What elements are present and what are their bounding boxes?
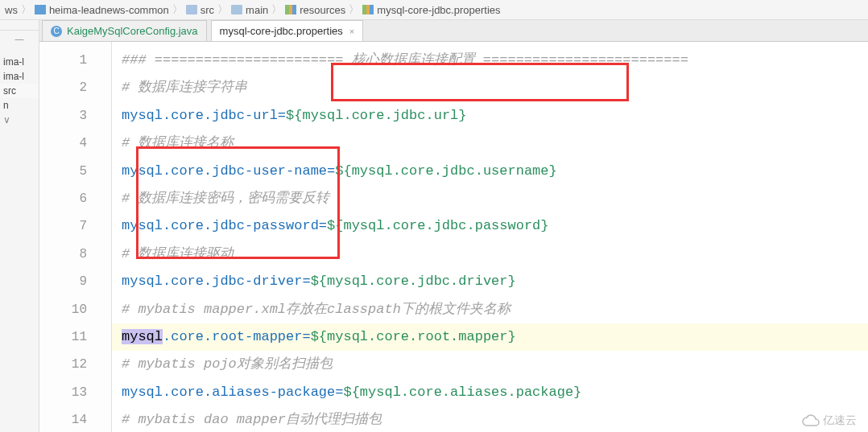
tab-label: mysql-core-jdbc.properties <box>220 25 343 37</box>
code-line[interactable]: # 数据库连接字符串 <box>112 74 868 101</box>
module-icon <box>35 5 46 14</box>
line-gutter: 1 2 3 4 5 6 7 8 9 10 11 12 13 14 <box>39 42 112 432</box>
editor-tabs: C KaigeMySqlCoreConfig.java mysql-core-j… <box>39 20 868 42</box>
sidebar-item[interactable]: n <box>0 98 39 113</box>
breadcrumb: ws 〉 heima-leadnews-common 〉 src 〉 main … <box>0 0 868 20</box>
code-line[interactable]: # 数据库连接名称 <box>112 130 868 157</box>
code-line[interactable]: mysql.core.jdbc-user-name=${mysql.core.j… <box>112 158 868 185</box>
code-line[interactable]: # 数据库连接驱动 <box>112 241 868 268</box>
chevron-right-icon: 〉 <box>271 2 282 17</box>
close-icon[interactable]: × <box>349 27 354 36</box>
chevron-right-icon: 〉 <box>349 2 359 17</box>
breadcrumb-item[interactable]: ws <box>5 4 18 16</box>
chevron-right-icon: 〉 <box>217 2 228 17</box>
project-sidebar[interactable]: — ima-l ima-l src n <box>0 20 39 432</box>
watermark: 亿速云 <box>802 413 857 428</box>
breadcrumb-item[interactable]: main <box>231 4 268 16</box>
breadcrumb-item[interactable]: resources <box>285 4 345 16</box>
breadcrumb-item[interactable]: heima-leadnews-common <box>35 4 169 16</box>
sidebar-item[interactable]: ima-l <box>0 69 39 84</box>
resources-icon <box>285 5 296 14</box>
code-editor[interactable]: 1 2 3 4 5 6 7 8 9 10 11 12 13 14 ### ===… <box>39 42 868 432</box>
breadcrumb-item[interactable]: src <box>186 4 214 16</box>
breadcrumb-item[interactable]: mysql-core-jdbc.properties <box>362 4 500 16</box>
code-line[interactable]: mysql.core.root-mapper=${mysql.core.root… <box>112 323 868 351</box>
collapse-button[interactable]: — <box>0 30 39 47</box>
code-line[interactable]: # mybatis dao mapper自动代理扫描包 <box>112 406 868 432</box>
code-line[interactable]: ### ======================= 核心数据库连接配置 ==… <box>112 47 868 74</box>
folder-icon <box>231 5 242 14</box>
code-line[interactable]: # mybatis mapper.xml存放在classpath下的根文件夹名称 <box>112 296 868 323</box>
code-line[interactable]: mysql.core.jdbc-url=${mysql.core.jdbc.ur… <box>112 102 868 130</box>
folder-icon <box>186 5 197 14</box>
code-line[interactable]: mysql.core.jdbc-password=${mysql.core.jd… <box>112 212 868 240</box>
code-line[interactable]: mysql.core.jdbc-driver=${mysql.core.jdbc… <box>112 268 868 295</box>
code-line[interactable]: # 数据库连接密码，密码需要反转 <box>112 185 868 212</box>
sidebar-item[interactable] <box>0 113 39 127</box>
sidebar-item[interactable]: ima-l <box>0 55 39 69</box>
properties-icon <box>362 5 374 14</box>
code-body[interactable]: ### ======================= 核心数据库连接配置 ==… <box>112 42 868 432</box>
tab-label: KaigeMySqlCoreConfig.java <box>67 25 198 37</box>
sidebar-item[interactable]: src <box>0 84 39 98</box>
code-line[interactable]: # mybatis pojo对象别名扫描包 <box>112 351 868 378</box>
chevron-right-icon: 〉 <box>21 2 31 17</box>
tab-kaige-config[interactable]: C KaigeMySqlCoreConfig.java <box>42 20 207 41</box>
code-line[interactable]: mysql.core.aliases-package=${mysql.core.… <box>112 379 868 406</box>
java-class-icon: C <box>51 26 62 37</box>
tab-mysql-properties[interactable]: mysql-core-jdbc.properties × <box>211 20 364 41</box>
chevron-right-icon: 〉 <box>172 2 183 17</box>
